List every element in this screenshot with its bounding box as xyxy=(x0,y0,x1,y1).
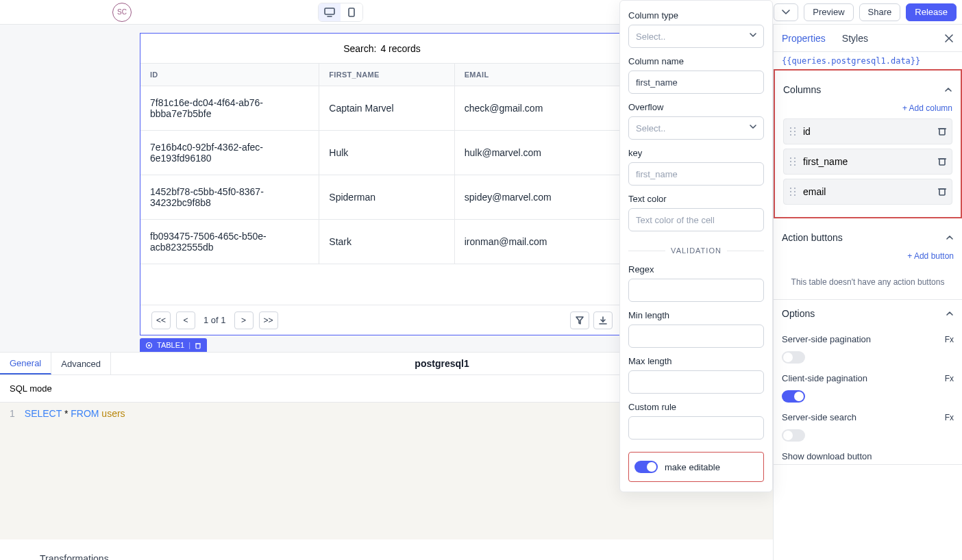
svg-rect-26 xyxy=(939,159,945,165)
cell[interactable]: check@gmail.com xyxy=(454,86,624,131)
chevron-up-icon[interactable] xyxy=(946,233,954,242)
svg-point-15 xyxy=(794,131,796,132)
cell[interactable]: 1452bf78-c5bb-45f0-8367-34232bc9f8b8 xyxy=(140,175,319,220)
table-row[interactable]: 7e16b4c0-92bf-4362-afec-6e193fd96180Hulk… xyxy=(140,131,624,175)
cell[interactable]: spidey@marvel.com xyxy=(454,175,624,220)
trash-icon[interactable] xyxy=(938,127,946,136)
data-binding-expression[interactable]: {{queries.postgresql1.data}} xyxy=(774,52,962,71)
trash-icon[interactable] xyxy=(938,187,946,196)
download-button[interactable] xyxy=(593,311,613,329)
page-next-button[interactable]: > xyxy=(234,311,254,329)
chevron-up-icon[interactable] xyxy=(944,86,952,94)
col-header[interactable]: FIRST_NAME xyxy=(319,64,454,86)
svg-rect-8 xyxy=(196,344,200,348)
text-color-input[interactable] xyxy=(628,208,764,231)
table-widget[interactable]: Search: 4 records ID FIRST_NAME EMAIL 7f… xyxy=(140,33,624,335)
preview-button[interactable]: Preview xyxy=(804,3,853,21)
tab-general[interactable]: General xyxy=(0,353,51,374)
column-name-input[interactable] xyxy=(628,71,764,94)
table-row[interactable]: 1452bf78-c5bb-45f0-8367-34232bc9f8b8Spid… xyxy=(140,175,624,220)
svg-point-28 xyxy=(790,188,791,189)
cell[interactable]: ironman@mail.com xyxy=(454,220,624,264)
svg-point-21 xyxy=(794,157,796,159)
client-pagination-toggle[interactable] xyxy=(782,390,805,403)
chevron-up-icon[interactable] xyxy=(946,309,954,318)
cell[interactable]: Stark xyxy=(319,220,454,264)
column-item[interactable]: id xyxy=(783,118,952,144)
desktop-icon xyxy=(324,8,335,17)
column-item[interactable]: first_name xyxy=(783,149,952,175)
make-editable-toggle[interactable] xyxy=(634,461,658,473)
user-avatar[interactable]: SC xyxy=(112,3,132,22)
regex-input[interactable] xyxy=(628,279,764,302)
page-first-button[interactable]: << xyxy=(151,311,171,329)
col-header[interactable]: ID xyxy=(140,64,319,86)
page-indicator: 1 of 1 xyxy=(201,315,229,325)
page-prev-button[interactable]: < xyxy=(176,311,195,329)
add-column-link[interactable]: + Add column xyxy=(783,103,952,113)
fx-button[interactable]: Fx xyxy=(945,413,954,422)
trash-icon[interactable] xyxy=(195,342,201,349)
desktop-device-button[interactable] xyxy=(319,3,341,21)
close-inspector-button[interactable] xyxy=(944,34,954,43)
option-label: Client-side pagination xyxy=(782,373,867,383)
action-buttons-section-label: Action buttons xyxy=(782,232,843,243)
release-button[interactable]: Release xyxy=(906,3,957,21)
page-last-button[interactable]: >> xyxy=(259,311,278,329)
cell[interactable]: fb093475-7506-465c-b50e-acb8232555db xyxy=(140,220,319,264)
min-length-input[interactable] xyxy=(628,324,764,348)
share-button[interactable]: Share xyxy=(859,3,901,21)
transformations-section[interactable]: Transformations xyxy=(0,539,773,560)
tab-styles[interactable]: Styles xyxy=(842,33,868,44)
cell[interactable]: Spiderman xyxy=(319,175,454,220)
svg-point-22 xyxy=(790,161,791,162)
code-token: users xyxy=(101,408,125,419)
cell[interactable]: 7e16b4c0-92bf-4362-afec-6e193fd96180 xyxy=(140,131,319,175)
key-label: key xyxy=(628,148,764,158)
cell[interactable]: Captain Marvel xyxy=(319,86,454,131)
column-item[interactable]: email xyxy=(783,179,952,205)
col-header[interactable]: EMAIL xyxy=(454,64,624,86)
table-row[interactable]: fb093475-7506-465c-b50e-acb8232555dbStar… xyxy=(140,220,624,264)
filter-button[interactable] xyxy=(570,311,589,329)
widget-tag-label: TABLE1 xyxy=(157,341,184,349)
drag-handle-icon[interactable] xyxy=(789,187,796,196)
custom-rule-input[interactable] xyxy=(628,416,764,440)
overflow-label: Overflow xyxy=(628,102,764,112)
server-pagination-toggle[interactable] xyxy=(782,351,805,364)
chevron-down-icon xyxy=(782,10,790,15)
drag-handle-icon[interactable] xyxy=(789,127,796,136)
key-input[interactable] xyxy=(628,162,764,186)
add-button-link[interactable]: + Add button xyxy=(774,251,962,261)
cell[interactable]: 7f81c16e-dc04-4f64-ab76-bbba7e7b5bfe xyxy=(140,86,319,131)
device-toggle xyxy=(318,3,363,22)
tab-properties[interactable]: Properties xyxy=(782,33,826,44)
columns-section-label: Columns xyxy=(783,84,821,95)
fx-button[interactable]: Fx xyxy=(945,335,954,344)
trash-icon[interactable] xyxy=(938,157,946,166)
drag-handle-icon[interactable] xyxy=(789,157,796,166)
mobile-icon xyxy=(348,8,355,17)
svg-point-31 xyxy=(794,191,796,192)
svg-point-33 xyxy=(794,194,796,196)
column-type-select[interactable] xyxy=(628,25,764,48)
overflow-select[interactable] xyxy=(628,116,764,140)
action-buttons-empty: This table doesn't have any action butto… xyxy=(774,266,962,299)
svg-point-25 xyxy=(794,164,796,166)
table-row[interactable]: 7f81c16e-dc04-4f64-ab76-bbba7e7b5bfeCapt… xyxy=(140,86,624,131)
widget-tag[interactable]: TABLE1 | xyxy=(140,338,207,352)
env-dropdown[interactable] xyxy=(774,3,798,21)
mobile-device-button[interactable] xyxy=(341,3,362,21)
query-name[interactable]: postgresql1 xyxy=(415,353,469,374)
cell[interactable]: hulk@marvel.com xyxy=(454,131,624,175)
tab-advanced[interactable]: Advanced xyxy=(51,353,111,374)
data-table: ID FIRST_NAME EMAIL 7f81c16e-dc04-4f64-a… xyxy=(140,64,624,264)
download-icon xyxy=(599,316,607,324)
svg-point-23 xyxy=(794,161,796,162)
max-length-input[interactable] xyxy=(628,370,764,394)
fx-button[interactable]: Fx xyxy=(945,374,954,383)
column-settings-popover: Column type Column name Overflow key Tex… xyxy=(619,0,773,492)
cell[interactable]: Hulk xyxy=(319,131,454,175)
search-label: Search: xyxy=(343,43,376,54)
server-search-toggle[interactable] xyxy=(782,429,805,442)
